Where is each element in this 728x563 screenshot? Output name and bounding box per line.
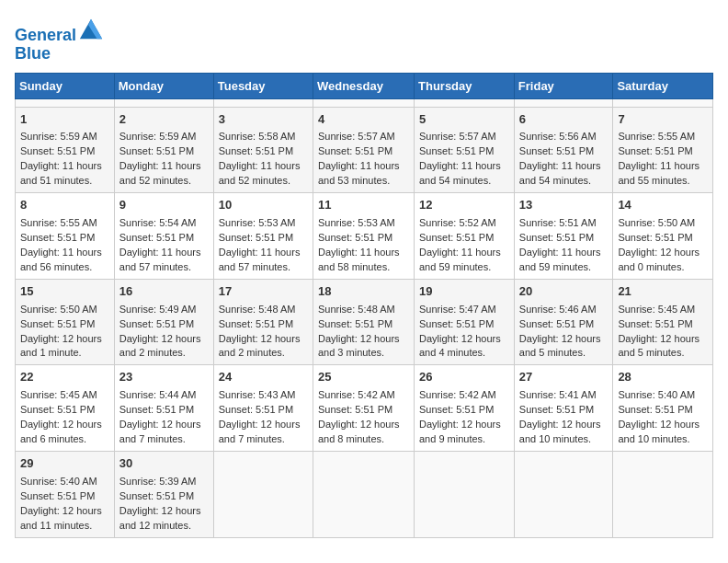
day-number: 12 <box>419 197 509 214</box>
day-number: 25 <box>318 369 409 386</box>
calendar-cell <box>415 98 515 107</box>
calendar-week-6: 29Sunrise: 5:40 AMSunset: 5:51 PMDayligh… <box>16 451 713 537</box>
calendar-cell: 3Sunrise: 5:58 AMSunset: 5:51 PMDaylight… <box>213 107 313 193</box>
calendar-cell: 28Sunrise: 5:40 AMSunset: 5:51 PMDayligh… <box>613 365 713 452</box>
day-number: 27 <box>519 369 609 386</box>
day-number: 14 <box>618 197 708 214</box>
calendar-cell: 21Sunrise: 5:45 AMSunset: 5:51 PMDayligh… <box>613 279 713 365</box>
calendar-week-1 <box>16 98 713 107</box>
day-number: 22 <box>20 369 109 386</box>
calendar-cell <box>613 451 713 537</box>
calendar-cell: 30Sunrise: 5:39 AMSunset: 5:51 PMDayligh… <box>114 451 213 537</box>
day-header-monday: Monday <box>114 73 213 98</box>
calendar-cell <box>613 98 713 107</box>
calendar-cell: 1Sunrise: 5:59 AMSunset: 5:51 PMDaylight… <box>16 107 115 193</box>
day-number: 17 <box>219 283 308 301</box>
calendar-cell <box>313 451 414 537</box>
calendar-cell: 25Sunrise: 5:42 AMSunset: 5:51 PMDayligh… <box>313 365 414 452</box>
day-number: 13 <box>519 197 609 214</box>
day-number: 10 <box>219 197 308 214</box>
day-header-tuesday: Tuesday <box>213 73 313 98</box>
calendar-week-4: 15Sunrise: 5:50 AMSunset: 5:51 PMDayligh… <box>16 279 713 365</box>
day-number: 2 <box>119 111 209 129</box>
day-number: 16 <box>119 283 209 301</box>
day-header-sunday: Sunday <box>16 73 115 98</box>
calendar-cell: 24Sunrise: 5:43 AMSunset: 5:51 PMDayligh… <box>213 365 313 452</box>
calendar-cell <box>514 451 613 537</box>
day-number: 30 <box>119 455 209 473</box>
day-number: 15 <box>20 283 109 301</box>
day-number: 19 <box>419 283 509 301</box>
page-header: General Blue <box>15 15 713 63</box>
calendar-week-2: 1Sunrise: 5:59 AMSunset: 5:51 PMDaylight… <box>16 107 713 193</box>
calendar-cell: 17Sunrise: 5:48 AMSunset: 5:51 PMDayligh… <box>213 279 313 365</box>
logo-icon <box>78 15 104 40</box>
calendar-cell: 8Sunrise: 5:55 AMSunset: 5:51 PMDaylight… <box>16 193 115 280</box>
day-number: 20 <box>519 283 609 301</box>
calendar-cell: 27Sunrise: 5:41 AMSunset: 5:51 PMDayligh… <box>514 365 613 452</box>
day-number: 8 <box>20 197 109 214</box>
calendar-cell: 11Sunrise: 5:53 AMSunset: 5:51 PMDayligh… <box>313 193 414 280</box>
calendar-cell: 16Sunrise: 5:49 AMSunset: 5:51 PMDayligh… <box>114 279 213 365</box>
calendar-cell: 19Sunrise: 5:47 AMSunset: 5:51 PMDayligh… <box>415 279 515 365</box>
calendar-week-5: 22Sunrise: 5:45 AMSunset: 5:51 PMDayligh… <box>16 365 713 452</box>
calendar-cell: 2Sunrise: 5:59 AMSunset: 5:51 PMDaylight… <box>114 107 213 193</box>
day-number: 23 <box>119 369 209 386</box>
calendar-cell: 23Sunrise: 5:44 AMSunset: 5:51 PMDayligh… <box>114 365 213 452</box>
calendar-week-3: 8Sunrise: 5:55 AMSunset: 5:51 PMDaylight… <box>16 193 713 280</box>
calendar-cell <box>213 451 313 537</box>
calendar-cell <box>213 98 313 107</box>
logo-general: General <box>15 26 76 44</box>
day-number: 26 <box>419 369 509 386</box>
day-number: 4 <box>318 111 409 129</box>
calendar-cell: 14Sunrise: 5:50 AMSunset: 5:51 PMDayligh… <box>613 193 713 280</box>
day-number: 21 <box>618 283 708 301</box>
calendar-table: SundayMondayTuesdayWednesdayThursdayFrid… <box>15 73 713 538</box>
logo: General Blue <box>15 15 104 63</box>
day-header-wednesday: Wednesday <box>313 73 414 98</box>
calendar-cell: 5Sunrise: 5:57 AMSunset: 5:51 PMDaylight… <box>415 107 515 193</box>
calendar-cell: 12Sunrise: 5:52 AMSunset: 5:51 PMDayligh… <box>415 193 515 280</box>
calendar-cell: 22Sunrise: 5:45 AMSunset: 5:51 PMDayligh… <box>16 365 115 452</box>
day-number: 6 <box>519 111 609 129</box>
day-number: 29 <box>20 455 109 473</box>
day-number: 28 <box>618 369 708 386</box>
day-number: 9 <box>119 197 209 214</box>
day-number: 24 <box>219 369 308 386</box>
day-header-friday: Friday <box>514 73 613 98</box>
day-number: 5 <box>419 111 509 129</box>
day-header-saturday: Saturday <box>613 73 713 98</box>
calendar-cell: 7Sunrise: 5:55 AMSunset: 5:51 PMDaylight… <box>613 107 713 193</box>
calendar-cell: 13Sunrise: 5:51 AMSunset: 5:51 PMDayligh… <box>514 193 613 280</box>
logo-blue: Blue <box>15 44 51 63</box>
calendar-cell <box>313 98 414 107</box>
calendar-cell: 15Sunrise: 5:50 AMSunset: 5:51 PMDayligh… <box>16 279 115 365</box>
calendar-cell <box>415 451 515 537</box>
calendar-cell <box>114 98 213 107</box>
calendar-cell <box>16 98 115 107</box>
calendar-cell: 10Sunrise: 5:53 AMSunset: 5:51 PMDayligh… <box>213 193 313 280</box>
calendar-cell: 18Sunrise: 5:48 AMSunset: 5:51 PMDayligh… <box>313 279 414 365</box>
day-number: 18 <box>318 283 409 301</box>
calendar-cell: 6Sunrise: 5:56 AMSunset: 5:51 PMDaylight… <box>514 107 613 193</box>
calendar-cell <box>514 98 613 107</box>
calendar-cell: 4Sunrise: 5:57 AMSunset: 5:51 PMDaylight… <box>313 107 414 193</box>
day-number: 11 <box>318 197 409 214</box>
day-number: 7 <box>618 111 708 129</box>
day-number: 1 <box>20 111 109 129</box>
calendar-cell: 9Sunrise: 5:54 AMSunset: 5:51 PMDaylight… <box>114 193 213 280</box>
calendar-cell: 29Sunrise: 5:40 AMSunset: 5:51 PMDayligh… <box>16 451 115 537</box>
day-header-thursday: Thursday <box>415 73 515 98</box>
day-number: 3 <box>219 111 308 129</box>
calendar-cell: 26Sunrise: 5:42 AMSunset: 5:51 PMDayligh… <box>415 365 515 452</box>
calendar-cell: 20Sunrise: 5:46 AMSunset: 5:51 PMDayligh… <box>514 279 613 365</box>
